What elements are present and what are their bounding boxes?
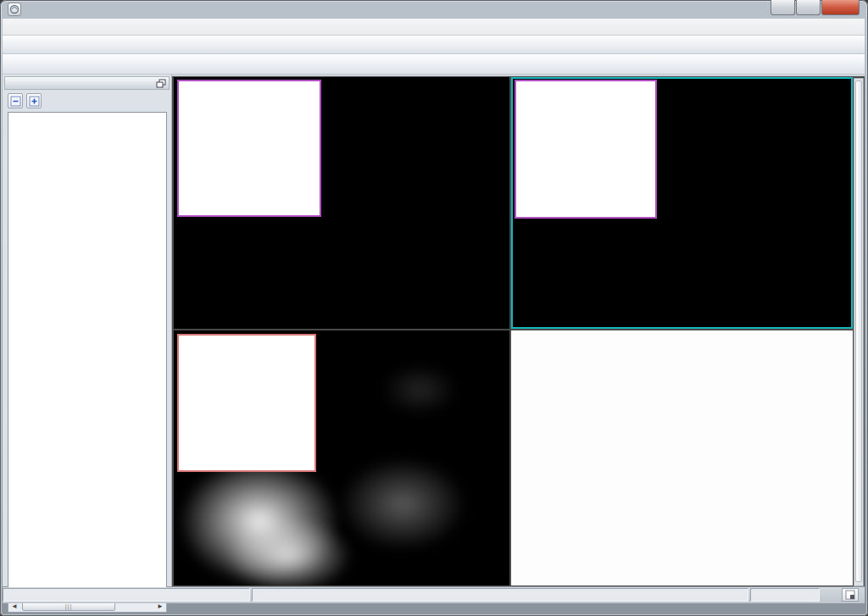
message-field [750,588,820,602]
dem-ridge-faint-2 [381,364,458,415]
main-toolbar [3,36,865,54]
clear-status-button[interactable] [821,588,838,602]
view-1-overview-inset[interactable] [177,80,321,217]
layer-manager-panel: ◄ ||| ► [3,75,172,586]
view-3-dem[interactable] [174,330,509,585]
layer-tree [8,112,167,600]
view-1-orthophoto[interactable] [174,77,509,329]
view-3-overview-inset[interactable] [177,334,316,472]
resize-grip-icon[interactable] [842,588,859,602]
float-panel-icon[interactable] [156,79,166,92]
view-2-overview-inset[interactable] [515,80,657,219]
minimize-button[interactable] [771,0,795,15]
vector-greenspace-map [511,330,853,585]
view-4-vector-map[interactable] [511,330,853,585]
expand-all-button[interactable] [26,93,42,108]
views-area [172,75,865,586]
app-icon [8,3,21,16]
envi-window: ◄ ||| ► [0,0,868,616]
view-2-gcp-image[interactable] [511,77,853,329]
dem-ridge-faint [339,458,466,551]
title-bar[interactable] [0,0,868,19]
coordinates-field [3,588,250,602]
status-bar [3,587,865,603]
display-toolbar [3,54,865,75]
projection-field [252,588,748,602]
layer-manager-header[interactable] [4,76,170,90]
dem-ridge-bright-2 [225,517,352,585]
close-button[interactable] [821,0,860,15]
menu-bar [3,19,865,36]
views-vscrollbar[interactable] [854,78,864,586]
maximize-button[interactable] [796,0,821,15]
collapse-all-button[interactable] [8,93,23,108]
vscroll-thumb[interactable] [855,80,862,582]
